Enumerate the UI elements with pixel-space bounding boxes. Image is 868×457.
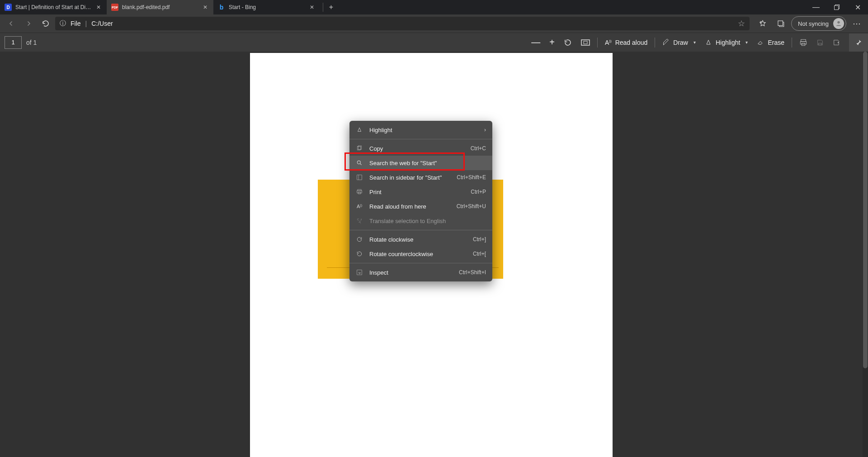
close-window-button[interactable]: ✕: [847, 0, 868, 14]
favicon-icon: b: [218, 4, 225, 11]
maximize-icon: [834, 5, 840, 10]
svg-point-12: [357, 161, 360, 164]
page-number-input[interactable]: [5, 36, 22, 49]
separator: [349, 139, 492, 139]
separator: [349, 263, 492, 263]
ctx-translate: Translate selection to English: [349, 214, 492, 228]
erase-icon: [757, 39, 764, 46]
tab-title: blank.pdf-edited.pdf: [122, 4, 198, 10]
print-icon: [356, 189, 363, 195]
ctx-read-aloud[interactable]: A)) Read aloud from here Ctrl+Shift+U: [349, 199, 492, 214]
tab-title: Start - Bing: [229, 4, 305, 10]
highlight-button[interactable]: Highlight ▾: [700, 35, 752, 50]
minimize-button[interactable]: —: [806, 0, 826, 14]
avatar-icon: [833, 18, 844, 29]
vertical-scrollbar[interactable]: [863, 52, 868, 457]
chevron-right-icon: ›: [484, 127, 486, 133]
draw-icon: [662, 39, 670, 46]
print-button[interactable]: [795, 35, 812, 50]
separator: [597, 38, 598, 48]
copy-icon: [356, 145, 363, 152]
chevron-down-icon[interactable]: ▾: [745, 40, 748, 45]
address-mode: File: [71, 20, 81, 27]
close-icon[interactable]: ✕: [95, 4, 102, 11]
pin-toolbar-button[interactable]: [849, 33, 868, 52]
zoom-in-button[interactable]: +: [545, 35, 559, 50]
site-info-icon[interactable]: ⓘ: [60, 19, 66, 28]
rotate-cw-icon: [356, 236, 363, 243]
ctx-copy[interactable]: Copy Ctrl+C: [349, 141, 492, 156]
collections-button[interactable]: [773, 16, 788, 31]
favorites-button[interactable]: [755, 16, 770, 31]
favicon-icon: PDF: [111, 4, 118, 11]
svg-rect-6: [801, 39, 806, 42]
favicon-icon: D: [5, 4, 12, 11]
save-icon: [816, 39, 824, 46]
close-icon[interactable]: ✕: [308, 4, 316, 11]
print-icon: [799, 38, 807, 47]
erase-button[interactable]: Erase: [752, 35, 789, 50]
chevron-down-icon[interactable]: ▾: [693, 40, 696, 45]
more-button[interactable]: ⋯: [849, 16, 864, 31]
draw-button[interactable]: Draw ▾: [658, 35, 700, 50]
ctx-inspect[interactable]: Inspect Ctrl+Shift+I: [349, 265, 492, 280]
ctx-search-sidebar[interactable]: Search in sidebar for "Start" Ctrl+Shift…: [349, 170, 492, 185]
ctx-rotate-cw[interactable]: Rotate clockwise Ctrl+]: [349, 232, 492, 247]
svg-point-3: [837, 21, 840, 24]
tab-pdf[interactable]: PDF blank.pdf-edited.pdf ✕: [107, 0, 213, 14]
pdf-toolbar: of 1 — + A)) Read aloud Draw ▾ Highlight…: [0, 33, 868, 52]
separator: [349, 230, 492, 230]
ctx-highlight[interactable]: Highlight ›: [349, 123, 492, 137]
address-path: C:/User: [91, 20, 113, 27]
sync-label: Not syncing: [798, 20, 829, 27]
sidebar-search-icon: [356, 174, 363, 181]
title-bar: D Start | Definition of Start at Dictio …: [0, 0, 868, 14]
profile-sync-button[interactable]: Not syncing: [791, 16, 846, 31]
ctx-search-web[interactable]: Search the web for "Start": [349, 156, 492, 170]
ctx-print[interactable]: Print Ctrl+P: [349, 185, 492, 199]
rotate-button[interactable]: [559, 35, 576, 50]
svg-rect-14: [358, 190, 361, 191]
page-total-label: of 1: [26, 39, 37, 46]
save-as-icon: [833, 39, 840, 46]
svg-rect-2: [778, 21, 783, 26]
tab-strip: D Start | Definition of Start at Dictio …: [0, 0, 806, 14]
svg-rect-9: [819, 43, 822, 45]
forward-button[interactable]: [21, 16, 36, 31]
scrollbar-thumb[interactable]: [863, 52, 868, 368]
translate-icon: [356, 218, 363, 224]
inspect-icon: [356, 269, 363, 276]
address-row: ⓘ File | C:/User ☆ Not syncing ⋯: [0, 14, 868, 33]
tab-bing[interactable]: b Start - Bing ✕: [213, 0, 320, 14]
separator: [792, 38, 792, 48]
address-separator: |: [85, 20, 87, 27]
ctx-rotate-ccw[interactable]: Rotate counterclockwise Ctrl+[: [349, 247, 492, 261]
rotate-ccw-icon: [356, 251, 363, 257]
save-button[interactable]: [812, 35, 828, 50]
pin-icon: [855, 39, 862, 46]
back-button[interactable]: [4, 16, 19, 31]
refresh-button[interactable]: [38, 16, 53, 31]
close-icon[interactable]: ✕: [202, 4, 209, 11]
read-aloud-button[interactable]: A)) Read aloud: [600, 35, 652, 50]
window-controls: — ✕: [806, 0, 868, 14]
save-as-button[interactable]: [828, 35, 844, 50]
maximize-button[interactable]: [826, 0, 847, 14]
svg-rect-4: [581, 40, 590, 45]
context-menu: Highlight › Copy Ctrl+C Search the web f…: [349, 121, 492, 281]
highlight-icon: [705, 39, 712, 46]
tab-dictionary[interactable]: D Start | Definition of Start at Dictio …: [0, 0, 107, 14]
favorite-star-icon[interactable]: ☆: [738, 19, 745, 29]
address-bar[interactable]: ⓘ File | C:/User ☆: [55, 17, 750, 30]
fit-page-button[interactable]: [576, 35, 594, 50]
svg-rect-1: [835, 6, 839, 10]
svg-rect-5: [584, 41, 587, 44]
svg-rect-7: [800, 41, 807, 44]
new-tab-button[interactable]: +: [323, 3, 336, 12]
svg-rect-13: [357, 175, 362, 180]
toolbar-right: Not syncing ⋯: [755, 16, 864, 31]
zoom-out-button[interactable]: —: [527, 35, 545, 50]
read-aloud-icon: A)): [356, 204, 363, 209]
tab-title: Start | Definition of Start at Dictio: [15, 4, 91, 10]
read-aloud-icon: A)): [605, 39, 612, 46]
